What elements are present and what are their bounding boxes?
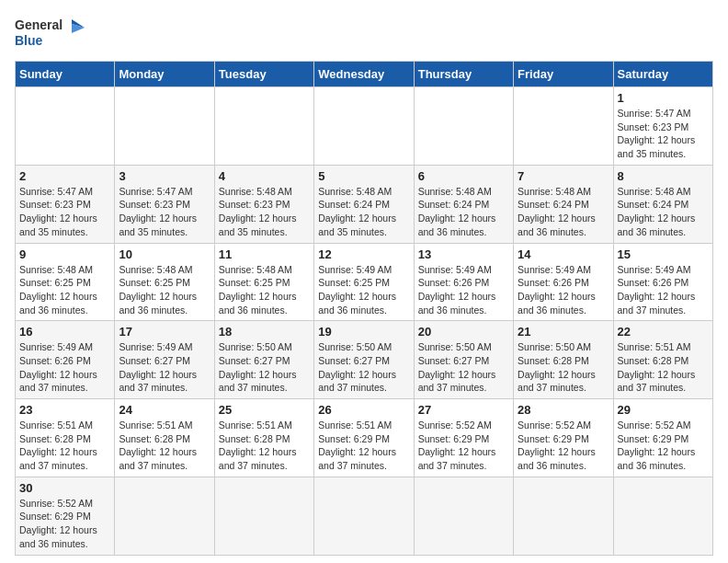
calendar-cell: 9Sunrise: 5:48 AMSunset: 6:25 PMDaylight… [16,243,115,321]
calendar-week-row: 30Sunrise: 5:52 AMSunset: 6:29 PMDayligh… [16,477,713,555]
day-info: Sunrise: 5:52 AMSunset: 6:29 PMDaylight:… [19,497,110,551]
calendar-cell: 12Sunrise: 5:49 AMSunset: 6:25 PMDayligh… [314,243,414,321]
calendar-cell: 1Sunrise: 5:47 AMSunset: 6:23 PMDaylight… [613,87,712,166]
calendar-cell [514,87,613,166]
calendar-cell: 21Sunrise: 5:50 AMSunset: 6:28 PMDayligh… [514,321,613,399]
column-header-monday: Monday [115,62,214,87]
day-info: Sunrise: 5:52 AMSunset: 6:29 PMDaylight:… [618,419,709,473]
calendar-cell: 25Sunrise: 5:51 AMSunset: 6:28 PMDayligh… [214,399,313,477]
day-number: 3 [119,169,210,183]
day-info: Sunrise: 5:50 AMSunset: 6:27 PMDaylight:… [219,340,310,395]
calendar-cell [414,477,513,555]
calendar-cell: 2Sunrise: 5:47 AMSunset: 6:23 PMDaylight… [16,165,115,243]
day-number: 18 [219,325,310,339]
day-info: Sunrise: 5:51 AMSunset: 6:28 PMDaylight:… [19,419,110,473]
day-info: Sunrise: 5:51 AMSunset: 6:28 PMDaylight:… [618,340,709,395]
day-info: Sunrise: 5:49 AMSunset: 6:26 PMDaylight:… [618,263,709,317]
day-number: 5 [318,169,409,183]
day-info: Sunrise: 5:49 AMSunset: 6:27 PMDaylight:… [119,340,210,395]
day-info: Sunrise: 5:50 AMSunset: 6:27 PMDaylight:… [318,340,409,395]
day-info: Sunrise: 5:47 AMSunset: 6:23 PMDaylight:… [119,185,210,239]
calendar-cell: 24Sunrise: 5:51 AMSunset: 6:28 PMDayligh… [115,399,214,477]
day-number: 21 [518,325,609,339]
day-info: Sunrise: 5:48 AMSunset: 6:25 PMDaylight:… [219,263,310,317]
day-info: Sunrise: 5:51 AMSunset: 6:28 PMDaylight:… [219,419,310,473]
calendar-week-row: 16Sunrise: 5:49 AMSunset: 6:26 PMDayligh… [16,321,713,399]
column-header-wednesday: Wednesday [314,62,414,87]
calendar-cell [613,477,712,555]
day-number: 6 [418,169,509,183]
calendar-cell [115,87,214,166]
calendar-cell: 28Sunrise: 5:52 AMSunset: 6:29 PMDayligh… [514,399,613,477]
day-number: 15 [618,247,709,261]
calendar-cell [414,87,513,166]
day-number: 27 [418,403,509,417]
day-number: 11 [219,247,310,261]
day-number: 26 [318,403,409,417]
calendar-cell [314,87,414,166]
calendar-cell [314,477,414,555]
column-header-saturday: Saturday [613,62,712,87]
day-number: 22 [618,325,709,339]
day-info: Sunrise: 5:48 AMSunset: 6:24 PMDaylight:… [518,185,609,239]
day-info: Sunrise: 5:48 AMSunset: 6:25 PMDaylight:… [19,263,110,317]
calendar-week-row: 23Sunrise: 5:51 AMSunset: 6:28 PMDayligh… [16,399,713,477]
day-number: 30 [19,481,110,495]
day-number: 24 [119,403,210,417]
day-number: 29 [618,403,709,417]
calendar-cell: 17Sunrise: 5:49 AMSunset: 6:27 PMDayligh… [115,321,214,399]
day-number: 14 [518,247,609,261]
column-header-friday: Friday [514,62,613,87]
column-header-tuesday: Tuesday [214,62,313,87]
calendar-cell [214,477,313,555]
calendar-cell: 26Sunrise: 5:51 AMSunset: 6:29 PMDayligh… [314,399,414,477]
day-number: 12 [318,247,409,261]
day-info: Sunrise: 5:48 AMSunset: 6:25 PMDaylight:… [119,263,210,317]
day-number: 20 [418,325,509,339]
day-number: 10 [119,247,210,261]
calendar-cell [115,477,214,555]
day-info: Sunrise: 5:47 AMSunset: 6:23 PMDaylight:… [19,185,110,239]
day-info: Sunrise: 5:51 AMSunset: 6:29 PMDaylight:… [318,419,409,473]
calendar-cell: 15Sunrise: 5:49 AMSunset: 6:26 PMDayligh… [613,243,712,321]
calendar-table: SundayMondayTuesdayWednesdayThursdayFrid… [15,61,713,556]
day-info: Sunrise: 5:47 AMSunset: 6:23 PMDaylight:… [618,107,709,161]
day-info: Sunrise: 5:52 AMSunset: 6:29 PMDaylight:… [518,419,609,473]
day-number: 1 [618,91,709,105]
calendar-cell: 16Sunrise: 5:49 AMSunset: 6:26 PMDayligh… [16,321,115,399]
day-info: Sunrise: 5:49 AMSunset: 6:25 PMDaylight:… [318,263,409,317]
calendar-cell: 20Sunrise: 5:50 AMSunset: 6:27 PMDayligh… [414,321,513,399]
calendar-cell: 4Sunrise: 5:48 AMSunset: 6:23 PMDaylight… [214,165,313,243]
day-number: 13 [418,247,509,261]
calendar-cell: 22Sunrise: 5:51 AMSunset: 6:28 PMDayligh… [613,321,712,399]
day-number: 16 [19,325,110,339]
logo-svg: General Blue [15,15,88,52]
calendar-cell [16,87,115,166]
calendar-cell: 18Sunrise: 5:50 AMSunset: 6:27 PMDayligh… [214,321,313,399]
calendar-cell: 6Sunrise: 5:48 AMSunset: 6:24 PMDaylight… [414,165,513,243]
calendar-header-row: SundayMondayTuesdayWednesdayThursdayFrid… [16,62,713,87]
calendar-cell: 3Sunrise: 5:47 AMSunset: 6:23 PMDaylight… [115,165,214,243]
calendar-cell: 13Sunrise: 5:49 AMSunset: 6:26 PMDayligh… [414,243,513,321]
calendar-cell: 7Sunrise: 5:48 AMSunset: 6:24 PMDaylight… [514,165,613,243]
calendar-cell: 19Sunrise: 5:50 AMSunset: 6:27 PMDayligh… [314,321,414,399]
calendar-cell: 11Sunrise: 5:48 AMSunset: 6:25 PMDayligh… [214,243,313,321]
day-number: 19 [318,325,409,339]
calendar-week-row: 2Sunrise: 5:47 AMSunset: 6:23 PMDaylight… [16,165,713,243]
calendar-cell: 8Sunrise: 5:48 AMSunset: 6:24 PMDaylight… [613,165,712,243]
calendar-cell [214,87,313,166]
calendar-cell: 10Sunrise: 5:48 AMSunset: 6:25 PMDayligh… [115,243,214,321]
calendar-cell: 30Sunrise: 5:52 AMSunset: 6:29 PMDayligh… [16,477,115,555]
day-info: Sunrise: 5:49 AMSunset: 6:26 PMDaylight:… [19,340,110,395]
day-number: 28 [518,403,609,417]
day-number: 8 [618,169,709,183]
day-info: Sunrise: 5:48 AMSunset: 6:24 PMDaylight:… [618,185,709,239]
day-number: 23 [19,403,110,417]
day-info: Sunrise: 5:50 AMSunset: 6:28 PMDaylight:… [518,340,609,395]
day-number: 7 [518,169,609,183]
page-header: General Blue [15,15,713,52]
calendar-cell: 14Sunrise: 5:49 AMSunset: 6:26 PMDayligh… [514,243,613,321]
day-info: Sunrise: 5:49 AMSunset: 6:26 PMDaylight:… [518,263,609,317]
calendar-week-row: 1Sunrise: 5:47 AMSunset: 6:23 PMDaylight… [16,87,713,166]
day-info: Sunrise: 5:49 AMSunset: 6:26 PMDaylight:… [418,263,509,317]
